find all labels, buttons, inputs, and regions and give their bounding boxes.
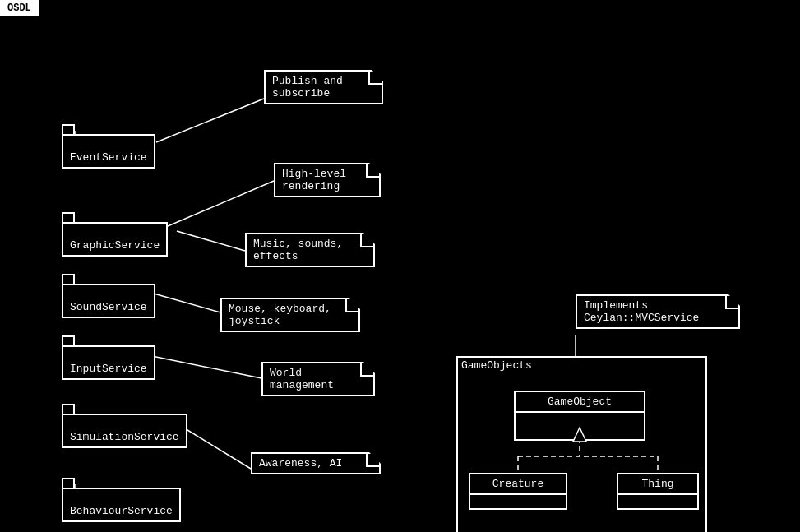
world-note-text: World management	[270, 367, 334, 391]
rendering-note-text: High-level rendering	[282, 168, 346, 192]
behaviour-service-label: BehaviourService	[70, 505, 173, 517]
sound-service-node: SoundService	[62, 284, 155, 318]
world-note: World management	[261, 362, 375, 396]
mouse-note: Mouse, keyboard, joystick	[220, 298, 360, 332]
awareness-note: Awareness, AI	[251, 452, 381, 474]
publish-note: Publish and subscribe	[264, 70, 383, 104]
thing-class: Thing	[617, 473, 699, 510]
svg-line-2	[156, 181, 274, 231]
rendering-note: High-level rendering	[274, 163, 381, 197]
title-label: OSDL	[7, 2, 31, 14]
thing-class-name: Thing	[618, 474, 697, 495]
creature-class: Creature	[469, 473, 567, 510]
creature-class-body	[470, 495, 566, 508]
gameobject-class-body	[516, 413, 644, 426]
thing-class-body	[618, 495, 697, 508]
mvc-note: Implements Ceylan::MVCService	[576, 294, 740, 329]
mvc-note-text: Implements Ceylan::MVCService	[584, 299, 699, 324]
music-note-text: Music, sounds, effects	[253, 238, 343, 262]
publish-note-text: Publish and subscribe	[272, 75, 343, 99]
input-service-label: InputService	[70, 363, 147, 375]
svg-line-4	[148, 292, 220, 312]
gameobject-class: GameObject	[514, 391, 645, 441]
svg-line-6	[177, 423, 251, 469]
behaviour-service-node: BehaviourService	[62, 488, 181, 522]
gameobject-class-name: GameObject	[516, 392, 644, 413]
sound-service-label: SoundService	[70, 301, 147, 313]
awareness-note-text: Awareness, AI	[259, 457, 342, 470]
event-service-label: EventService	[70, 151, 147, 164]
gameobjects-label: GameObjects	[459, 359, 534, 372]
svg-line-5	[144, 354, 261, 378]
input-service-node: InputService	[62, 345, 155, 380]
music-note: Music, sounds, effects	[245, 233, 375, 267]
simulation-service-node: SimulationService	[62, 414, 187, 448]
graphic-service-node: GraphicService	[62, 222, 168, 257]
gameobject-class-body2	[516, 426, 644, 439]
event-service-node: EventService	[62, 134, 155, 169]
svg-line-3	[177, 231, 245, 251]
simulation-service-label: SimulationService	[70, 431, 179, 443]
title-bar: OSDL	[0, 0, 39, 16]
graphic-service-label: GraphicService	[70, 239, 160, 252]
diagram-area: EventService GraphicService SoundService…	[0, 21, 800, 532]
mouse-note-text: Mouse, keyboard, joystick	[229, 303, 331, 327]
svg-line-1	[156, 99, 264, 142]
creature-class-name: Creature	[470, 474, 566, 495]
